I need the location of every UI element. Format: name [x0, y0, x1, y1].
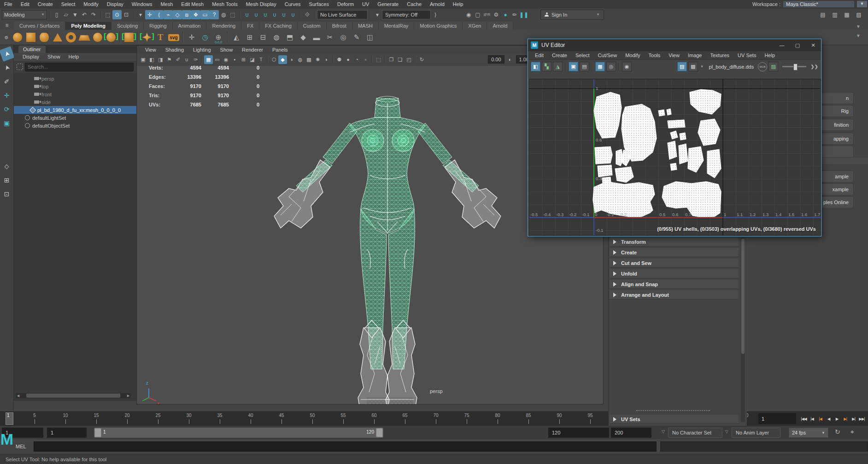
chevron-down-icon[interactable]: ▼: [856, 33, 861, 38]
expand-toolbar-icon[interactable]: ❯❯: [810, 64, 818, 69]
shelf-tab-xgen[interactable]: XGen: [463, 22, 487, 30]
menu-mesh[interactable]: Mesh: [156, 1, 177, 7]
step-back-key-button[interactable]: |◀: [816, 413, 824, 424]
mask-all-icon[interactable]: ✛: [145, 10, 154, 19]
uv-shell-11[interactable]: [698, 119, 720, 146]
grid-toggle-icon[interactable]: ▦: [204, 55, 213, 64]
redo-icon[interactable]: ↷: [89, 10, 98, 19]
mask-rendering-icon[interactable]: ▭: [200, 10, 210, 19]
rotate-tool[interactable]: ⟳: [1, 103, 13, 115]
select-tool[interactable]: ➤: [0, 46, 14, 61]
uv-editor-titlebar[interactable]: M UV Editor —▢✕: [528, 39, 821, 51]
scrollbar-thumb[interactable]: [26, 394, 120, 398]
uv-shell-9[interactable]: [670, 163, 677, 170]
uv-menu-view[interactable]: View: [664, 53, 684, 58]
shelf-tab-fx-caching[interactable]: FX Caching: [259, 22, 297, 30]
uv-shell-13[interactable]: [707, 149, 721, 178]
go-to-end-button[interactable]: ▶▶|: [858, 413, 866, 424]
outliner-item-defaultobjectset[interactable]: defaultObjectSet: [14, 122, 136, 129]
uv-shell-7[interactable]: [668, 141, 677, 159]
character-set-menu-icon[interactable]: ▽: [662, 429, 665, 434]
wireframe-icon[interactable]: ⬡: [270, 55, 278, 64]
construction-history-icon[interactable]: ⟐: [303, 10, 312, 19]
right-glove-mesh[interactable]: [445, 160, 501, 228]
uv-menu-tools[interactable]: Tools: [645, 53, 665, 58]
scale-tool[interactable]: ▣: [1, 117, 13, 129]
poly-cone-icon[interactable]: [52, 31, 64, 43]
booleans-icon[interactable]: ◭: [230, 31, 242, 43]
shelf-gear-icon[interactable]: ⚙: [3, 33, 10, 42]
bridge-icon[interactable]: ▬: [311, 31, 323, 43]
toolkit-section-cut-and-sew[interactable]: Cut and Sew: [610, 258, 739, 268]
right-boot-mesh[interactable]: [386, 320, 417, 404]
move-tool[interactable]: ✛: [1, 89, 13, 101]
mask-curves-icon[interactable]: ⌁: [164, 10, 173, 19]
scroll-left-icon[interactable]: ◀: [16, 394, 21, 398]
playback-loop-icon[interactable]: ↻: [835, 428, 840, 435]
range-end-handle[interactable]: [376, 428, 383, 437]
menu-edit-mesh[interactable]: Edit Mesh: [177, 1, 208, 7]
uv-shell-14[interactable]: [595, 147, 612, 164]
pixel-grid-icon[interactable]: ▦: [595, 62, 605, 71]
cube-projection-icon[interactable]: [123, 31, 135, 43]
vertical-scrollbar[interactable]: [741, 238, 745, 422]
make-live-icon[interactable]: ∪: [288, 10, 298, 19]
display-filtered-icon[interactable]: ▤: [580, 62, 589, 71]
range-start-handle[interactable]: [94, 428, 101, 437]
uv-shell-19[interactable]: [615, 167, 633, 182]
outliner-menu-show[interactable]: Show: [43, 53, 65, 61]
symmetry-field[interactable]: Symmetry: Off: [382, 10, 431, 19]
menu-display[interactable]: Display: [103, 1, 128, 7]
mask-deformations-icon[interactable]: ⧈: [182, 10, 191, 19]
separate-icon[interactable]: ⊟: [257, 31, 269, 43]
brush-icon[interactable]: ✑: [191, 55, 200, 64]
workspace-value[interactable]: Maya Classic*: [783, 1, 854, 7]
scrollbar-thumb[interactable]: [741, 239, 745, 354]
uv-shell-15[interactable]: [598, 165, 612, 177]
grid-snap-tool[interactable]: ⊞: [1, 174, 13, 186]
uv-shell-5[interactable]: [670, 131, 678, 139]
gate-mask-icon[interactable]: ▪: [230, 55, 239, 64]
shelf-tab-bifrost[interactable]: Bifrost: [327, 22, 352, 30]
exposure-field[interactable]: 0.00: [488, 55, 504, 64]
hypershade-icon[interactable]: ●: [501, 10, 510, 19]
uv-shell-3[interactable]: [667, 109, 671, 115]
shelf-tab-mentalray[interactable]: MentalRay: [379, 22, 415, 30]
platonic-solid-icon[interactable]: [141, 31, 153, 43]
uv-menu-image[interactable]: Image: [684, 53, 706, 58]
bevel-icon[interactable]: ◆: [297, 31, 309, 43]
menu-uv[interactable]: UV: [358, 1, 373, 7]
pause-viewport-icon[interactable]: ❚❚: [519, 10, 528, 19]
viewport-menu-panels[interactable]: Panels: [268, 47, 293, 53]
poly-disc-icon[interactable]: [92, 31, 104, 43]
search-input[interactable]: [25, 63, 134, 71]
uv-shell-21[interactable]: [662, 182, 721, 217]
paint-select-tool[interactable]: ✐: [1, 76, 13, 88]
lasso-select-tool[interactable]: ➤: [0, 60, 14, 75]
sphere-projection-icon[interactable]: [105, 31, 117, 43]
menu-surfaces[interactable]: Surfaces: [305, 1, 333, 7]
mask-surfaces-icon[interactable]: ◇: [173, 10, 182, 19]
image-ratio-icon[interactable]: ▨: [768, 62, 778, 71]
chevron-down-icon[interactable]: ▼: [700, 65, 704, 69]
anim-end-field[interactable]: 200: [611, 428, 651, 438]
ipr-render-icon[interactable]: IPR: [482, 10, 492, 19]
outliner-item-defaultlightset[interactable]: defaultLightSet: [14, 114, 136, 122]
motion-blur-icon[interactable]: ●: [344, 55, 352, 64]
uv-editor-window[interactable]: M UV Editor —▢✕ EditCreateSelectCut/SewM…: [528, 39, 821, 236]
menu-generate[interactable]: Generate: [373, 1, 403, 7]
sign-in-button[interactable]: Sign In ▼: [540, 10, 604, 20]
chevron-down-icon[interactable]: ▼: [857, 1, 867, 7]
symmetry-menu-icon[interactable]: ▾: [373, 10, 382, 19]
horizontal-scrollbar[interactable]: ◀ ▶: [16, 393, 131, 398]
poly-plane-icon[interactable]: [78, 31, 90, 43]
uv-menu-help[interactable]: Help: [760, 53, 779, 58]
outliner-item-pl-bd-1980-d-fu-xx-mesh-0-0-0-0[interactable]: pl_bd_1980_d_fu_xx:mesh_0_0_0_0: [14, 106, 136, 114]
outliner-item-side[interactable]: side: [14, 98, 136, 106]
shadows-icon[interactable]: ◗: [322, 55, 331, 64]
select-object-icon[interactable]: ⊙: [112, 10, 122, 19]
filter-icon[interactable]: [17, 64, 23, 70]
toolkit-section-align-and-snap[interactable]: Align and Snap: [610, 280, 739, 289]
camera-attributes-icon[interactable]: ◨: [156, 55, 165, 64]
toolkit-section-uv-sets[interactable]: UV Sets: [610, 415, 739, 424]
